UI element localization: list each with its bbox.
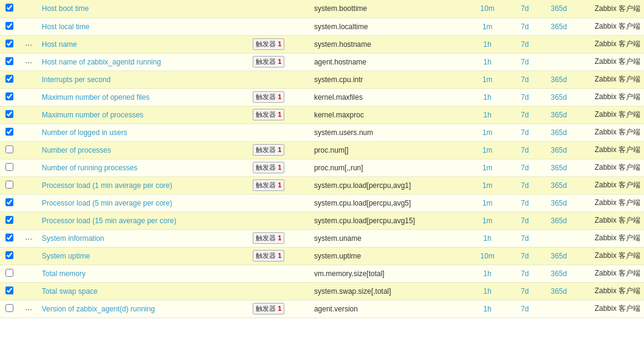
row-trigger-cell: 触发器 1 [249, 247, 310, 265]
row-dots-button[interactable]: ··· [24, 234, 33, 243]
row-key: proc.num[] [314, 146, 349, 154]
row-checkbox-cell [0, 35, 19, 53]
row-checkbox[interactable] [5, 128, 13, 136]
row-name-link[interactable]: Processor load (5 min average per core) [42, 199, 173, 207]
row-checkbox[interactable] [5, 57, 13, 65]
row-name-link[interactable]: Number of processes [42, 146, 111, 154]
row-name-link[interactable]: Number of logged in users [42, 128, 128, 137]
row-trigger-cell [249, 212, 310, 229]
row-name-link[interactable]: Total memory [42, 269, 86, 278]
row-trigger-cell [249, 18, 310, 35]
row-name-link[interactable]: Host boot time [42, 4, 89, 13]
row-name-link[interactable]: Number of running processes [42, 164, 137, 172]
row-trigger-cell: 触发器 1 [249, 106, 310, 123]
trigger-badge[interactable]: 触发器 1 [253, 250, 284, 262]
row-dots-cell [19, 123, 38, 141]
row-dots-cell [19, 265, 38, 282]
row-trends: 365d [551, 75, 567, 84]
trigger-badge[interactable]: 触发器 1 [253, 56, 284, 68]
row-trigger-cell [249, 194, 310, 212]
row-trends: 365d [551, 4, 567, 13]
row-history: 7d [521, 40, 529, 49]
table-row: Maximum number of processes触发器 1kernel.m… [0, 106, 644, 123]
row-type-cell: Zabbix 客户端 [576, 212, 644, 229]
row-checkbox[interactable] [5, 40, 13, 47]
row-type: Zabbix 客户端 [595, 198, 640, 207]
row-type: Zabbix 客户端 [595, 57, 640, 66]
row-key: system.swap.size[,total] [314, 287, 391, 296]
row-checkbox-cell [0, 229, 19, 247]
row-type: Zabbix 客户端 [595, 92, 640, 101]
trigger-badge[interactable]: 触发器 1 [253, 303, 284, 314]
row-type: Zabbix 客户端 [595, 75, 640, 83]
row-name-link[interactable]: Interrupts per second [42, 75, 111, 84]
row-checkbox[interactable] [5, 75, 13, 83]
row-interval-cell: 1m [467, 18, 508, 35]
row-name-link[interactable]: Maximum number of opened files [42, 93, 149, 102]
row-interval: 1h [484, 269, 492, 278]
row-history-cell: 7d [508, 159, 542, 176]
row-checkbox[interactable] [5, 216, 13, 224]
row-type-cell: Zabbix 客户端 [576, 300, 644, 317]
row-name-link[interactable]: Host name [42, 40, 77, 49]
row-dots-cell [19, 212, 38, 229]
row-history: 7d [521, 128, 529, 137]
row-trends-cell [542, 300, 576, 317]
row-trends-cell: 365d [542, 212, 576, 229]
trigger-badge[interactable]: 触发器 1 [253, 144, 284, 156]
row-type: Zabbix 客户端 [595, 181, 640, 189]
row-key-cell: system.cpu.load[percpu,avg1] [310, 176, 467, 194]
row-checkbox[interactable] [5, 286, 13, 294]
row-name-link[interactable]: Host name of zabbix_agentd running [42, 58, 161, 66]
trigger-badge[interactable]: 触发器 1 [253, 232, 284, 244]
row-name-link[interactable]: Maximum number of processes [42, 111, 143, 119]
row-trends-cell [542, 229, 576, 247]
row-key-cell: system.cpu.intr [310, 71, 467, 88]
row-name-link[interactable]: Processor load (15 min average per core) [42, 217, 176, 225]
row-interval: 1h [484, 40, 492, 49]
row-checkbox[interactable] [5, 251, 13, 259]
row-history: 7d [521, 181, 529, 190]
row-trends: 365d [551, 287, 567, 296]
row-interval-cell: 1m [467, 71, 508, 88]
row-checkbox[interactable] [5, 198, 13, 206]
row-interval-cell: 1h [467, 300, 508, 317]
trigger-badge[interactable]: 触发器 1 [253, 91, 284, 103]
row-checkbox[interactable] [5, 22, 13, 30]
row-interval-cell: 1h [467, 106, 508, 123]
trigger-badge[interactable]: 触发器 1 [253, 38, 284, 50]
trigger-badge[interactable]: 触发器 1 [253, 179, 284, 191]
row-interval-cell: 1m [467, 123, 508, 141]
row-name-cell: Host name of zabbix_agentd running [38, 53, 249, 71]
row-name-link[interactable]: System information [42, 234, 104, 243]
row-key-cell: agent.version [310, 300, 467, 317]
row-name-link[interactable]: System uptime [42, 252, 90, 260]
row-dots-cell [19, 141, 38, 159]
row-dots-button[interactable]: ··· [24, 304, 33, 314]
row-trends-cell: 365d [542, 0, 576, 18]
row-trigger-cell [249, 71, 310, 88]
row-dots-button[interactable]: ··· [24, 57, 33, 67]
row-name-link[interactable]: Processor load (1 min average per core) [42, 181, 173, 190]
row-name-link[interactable]: Host local time [42, 23, 90, 31]
row-dots-button[interactable]: ··· [24, 40, 33, 49]
row-type: Zabbix 客户端 [595, 40, 640, 48]
trigger-badge[interactable]: 触发器 1 [253, 162, 284, 173]
row-checkbox-cell [0, 0, 19, 18]
row-history: 7d [521, 252, 529, 260]
row-checkbox[interactable] [5, 92, 13, 100]
row-trigger-cell: 触发器 1 [249, 35, 310, 53]
row-checkbox[interactable] [5, 145, 13, 153]
row-checkbox[interactable] [5, 304, 13, 312]
row-name-cell: Maximum number of opened files [38, 88, 249, 106]
row-name-link[interactable]: Version of zabbix_agent(d) running [42, 305, 155, 313]
row-checkbox[interactable] [5, 181, 13, 189]
row-checkbox[interactable] [5, 234, 13, 241]
row-checkbox[interactable] [5, 269, 13, 277]
row-trends-cell: 365d [542, 106, 576, 123]
row-checkbox[interactable] [5, 163, 13, 171]
row-checkbox[interactable] [5, 110, 13, 118]
trigger-badge[interactable]: 触发器 1 [253, 109, 284, 120]
row-checkbox[interactable] [5, 4, 13, 12]
row-name-link[interactable]: Total swap space [42, 287, 98, 296]
